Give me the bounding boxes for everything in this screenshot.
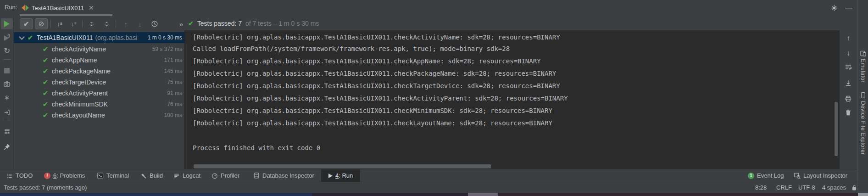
print-icon[interactable]: [844, 94, 853, 103]
test-name: checkPackageName: [52, 67, 111, 75]
test-row[interactable]: ✔checkMinimumSDK76 ms: [14, 99, 184, 110]
caret-position-widget[interactable]: 8:28: [755, 184, 767, 191]
status-message[interactable]: Tests passed: 7 (moments ago): [4, 184, 87, 191]
test-duration: 171 ms: [164, 57, 182, 63]
test-name: checkActivityName: [52, 45, 106, 53]
close-tab-icon[interactable]: ✕: [89, 4, 94, 11]
indent-widget[interactable]: 4 spaces: [822, 184, 846, 191]
test-summary: ✔ Tests passed: 7 of 7 tests – 1 m 0 s 3…: [188, 20, 319, 27]
taskbar-segment: [498, 193, 858, 196]
run-console[interactable]: [Robolectric] org.aplas.basicappx.TestA1…: [184, 30, 840, 169]
sort-by-duration-icon[interactable]: ↓≡: [67, 18, 80, 29]
rerun-button[interactable]: [1, 18, 13, 29]
previous-occurrence-icon[interactable]: ↑: [119, 18, 132, 29]
test-passed-icon: ✔: [43, 112, 48, 119]
test-suite-row[interactable]: ✔ TestA1BasicUIX011 (org.aplas.basi 1 m …: [14, 32, 184, 43]
scroll-up-icon[interactable]: ↑: [844, 34, 853, 43]
vertical-scrollbar[interactable]: [835, 102, 838, 156]
toolwindow-tab-todo[interactable]: TODO: [4, 169, 35, 182]
sort-alphabetically-icon[interactable]: ↓a: [53, 18, 66, 29]
console-line: [Robolectric] org.aplas.basicappx.TestA1…: [193, 92, 847, 105]
layout-inspector-button[interactable]: Layout Inspector: [791, 169, 850, 182]
settings-gear-icon[interactable]: [829, 3, 839, 12]
pin-tab-icon[interactable]: [1, 141, 13, 152]
scroll-down-icon[interactable]: ↓: [844, 49, 853, 58]
taskbar-segment: [312, 193, 468, 196]
build-hammer-icon: [140, 173, 147, 179]
run-window-title: Run:: [5, 4, 17, 11]
lock-icon[interactable]: [851, 185, 857, 191]
test-duration: 145 ms: [164, 68, 182, 74]
toolwindow-tab-terminal[interactable]: Terminal: [94, 169, 132, 182]
active-tab-indicator: [20, 14, 112, 16]
toolwindow-tab-logcat[interactable]: Logcat: [171, 169, 203, 182]
test-passed-icon: ✔: [28, 34, 33, 41]
toolwindow-tab-problems[interactable]: ! 6: Problems: [41, 169, 88, 182]
test-row[interactable]: ✔checkTargetDevice75 ms: [14, 77, 184, 88]
test-passed-icon: ✔: [43, 67, 48, 75]
toolwindow-tab-profiler[interactable]: Profiler: [209, 169, 242, 182]
test-name: checkLayoutName: [52, 112, 105, 119]
toggle-auto-test-icon[interactable]: ↻: [1, 45, 13, 56]
test-passed-icon: ✔: [43, 56, 48, 64]
run-window-header: Run: TestA1BasicUIX011 ✕ —: [0, 0, 857, 17]
test-row[interactable]: ✔checkActivityName59 s 372 ms: [14, 44, 184, 55]
hide-tool-window-icon[interactable]: —: [844, 3, 853, 12]
rerun-failed-tests-icon[interactable]: 9: [1, 33, 13, 44]
toolwindow-tab-build[interactable]: Build: [138, 169, 166, 182]
scroll-to-end-icon[interactable]: [844, 78, 853, 88]
run-play-icon: [328, 174, 333, 178]
show-passed-toggle[interactable]: ✔: [20, 18, 33, 29]
toolwindow-tab-database-inspector[interactable]: Database Inspector: [250, 169, 317, 182]
run-config-tab[interactable]: TestA1BasicUIX011 ✕: [20, 2, 96, 14]
test-row[interactable]: ✔checkLayoutName100 ms: [14, 110, 184, 121]
soft-wrap-icon[interactable]: [844, 62, 853, 72]
tests-passed-count: Tests passed: 7: [197, 20, 242, 27]
expand-all-icon[interactable]: [85, 18, 98, 29]
run-config-tab-label: TestA1BasicUIX011: [32, 5, 84, 11]
test-tree: ✔ TestA1BasicUIX011 (org.aplas.basi 1 m …: [14, 30, 184, 169]
status-bar: Tests passed: 7 (moments ago) 8:28 CRLF …: [0, 182, 868, 193]
test-row[interactable]: ✔checkActivityParent91 ms: [14, 88, 184, 99]
line-ending-widget[interactable]: CRLF: [776, 184, 792, 191]
event-log-count-badge: 1: [748, 173, 754, 179]
clear-console-trash-icon[interactable]: [844, 108, 853, 117]
test-row[interactable]: ✔checkAppName171 ms: [14, 55, 184, 66]
encoding-widget[interactable]: UTF-8: [798, 184, 815, 191]
more-actions-chevron-icon[interactable]: »: [175, 18, 188, 29]
test-history-icon[interactable]: [148, 18, 161, 29]
horizontal-scrollbar[interactable]: [194, 164, 491, 168]
taskbar-segment: [468, 193, 498, 196]
database-icon: [253, 172, 260, 179]
device-icon: [860, 92, 866, 99]
collapse-all-icon[interactable]: [100, 18, 113, 29]
terminal-icon: [97, 172, 104, 179]
test-row[interactable]: ✔checkPackageName145 ms: [14, 66, 184, 77]
test-duration: 59 s 372 ms: [152, 46, 182, 52]
next-occurrence-icon[interactable]: ↓: [134, 18, 146, 29]
test-name: checkMinimumSDK: [52, 101, 108, 108]
run-left-toolbar: 9 ↻: [0, 17, 14, 169]
stripe-tab-emulator[interactable]: Emulator: [857, 50, 868, 83]
stripe-tab-device-file-explorer[interactable]: Device File Explorer: [857, 92, 868, 155]
tests-passed-check-icon: ✔: [188, 20, 194, 27]
event-log-button[interactable]: 1 Event Log: [745, 169, 787, 182]
attach-debugger-icon[interactable]: [1, 92, 13, 103]
layout-inspector-icon: [794, 172, 801, 179]
stop-button[interactable]: [1, 65, 13, 76]
toolbar-divider: [3, 59, 11, 60]
exit-detach-icon[interactable]: [1, 107, 13, 118]
restore-layout-icon[interactable]: [1, 126, 13, 137]
problems-error-icon: !: [44, 173, 50, 179]
todo-list-icon: [6, 173, 13, 179]
console-line: Process finished with exit code 0: [193, 142, 847, 154]
emulator-icon: [860, 50, 867, 56]
console-line: [193, 129, 847, 142]
show-ignored-toggle[interactable]: ⊘: [35, 18, 48, 29]
toolwindow-tab-run[interactable]: 4: Run: [321, 169, 360, 182]
test-duration: 75 ms: [167, 79, 182, 85]
stripe-label-emulator: Emulator: [860, 59, 866, 83]
chevron-down-icon[interactable]: [19, 34, 25, 40]
test-passed-icon: ✔: [43, 78, 48, 86]
thread-dump-camera-icon[interactable]: [1, 78, 13, 90]
